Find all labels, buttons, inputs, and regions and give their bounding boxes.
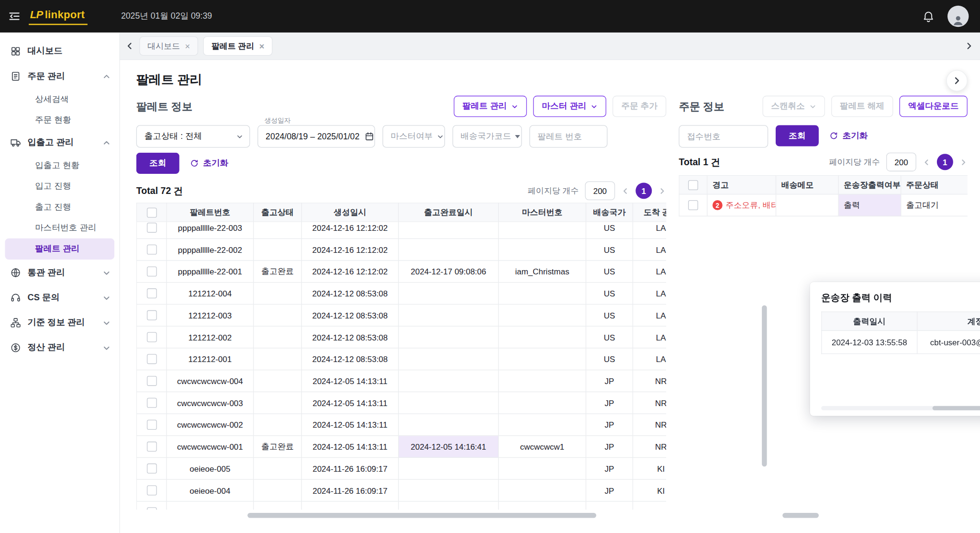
row-checkbox[interactable] [146,398,156,408]
cell-pallet-no: cwcwcwcwcw-002 [167,414,254,436]
topbar-datetime: 2025년 01월 02일 09:39 [121,11,212,22]
sidebar-subitem-inbound-progress[interactable]: 입고 진행 [0,176,119,196]
cell-ship-status [254,479,302,501]
receipt-no-input[interactable] [679,125,768,147]
tab-strip: 대시보드 × 팔레트 관리 × [120,33,980,60]
cell-created-at: 2024-12-12 08:53:08 [301,348,398,370]
notifications-button[interactable] [922,10,935,23]
row-checkbox[interactable] [146,223,156,233]
sidebar-item-customs-mgmt[interactable]: 통관 관리 [0,260,119,285]
row-checkbox[interactable] [146,376,156,386]
sidebar-item-inout-mgmt[interactable]: 입출고 관리 [0,130,119,155]
row-checkbox[interactable] [146,464,156,474]
cell-master-no [499,283,586,305]
select-all-checkbox[interactable] [688,180,698,190]
right-panel-horizontal-scrollbar[interactable] [782,513,819,518]
tab-dashboard[interactable]: 대시보드 × [139,36,198,56]
country-code-select[interactable]: 배송국가코드 [453,125,522,147]
row-checkbox[interactable] [146,288,156,298]
row-checkbox[interactable] [146,310,156,320]
dollar-circle-icon [10,342,22,353]
master-mgmt-menu-button[interactable]: 마스터 관리 [533,96,606,117]
row-checkbox[interactable] [146,486,156,496]
date-range-value: 2024/08/19 – 2025/01/02 [266,132,359,141]
cell-shipped-at [399,348,499,370]
cell-master-no [499,457,586,479]
row-checkbox[interactable] [146,245,156,255]
sidebar-item-base-info-mgmt[interactable]: 기준 정보 관리 [0,310,119,335]
calendar-icon[interactable] [365,131,375,141]
per-page-input[interactable] [585,181,615,200]
master-flag-select[interactable]: 마스터여부 [382,125,445,147]
row-checkbox[interactable] [146,354,156,364]
sidebar-item-cs-inquiry[interactable]: CS 문의 [0,285,119,310]
created-date-range-field[interactable]: 생성일자 2024/08/19 – 2025/01/02 [257,125,375,147]
sidebar-subitem-inout-status[interactable]: 입출고 현황 [0,155,119,176]
cell-ship-status [254,392,302,414]
row-checkbox[interactable] [146,267,156,277]
table-row [136,501,666,510]
cell-ship-status [254,283,302,305]
chevron-down-icon [591,103,598,110]
col-warning: 경고 [707,175,776,194]
sidebar-item-settlement-mgmt[interactable]: 정산 관리 [0,335,119,360]
sidebar-subitem-master-no-mgmt[interactable]: 마스터번호 관리 [0,217,119,238]
cell-shipped-at [399,283,499,305]
tab-close-icon[interactable]: × [259,42,265,50]
cell-pallet-no: cwcwcwcwcw-001 [167,436,254,458]
cell-waybill-printed[interactable]: 출력 [838,194,901,216]
left-panel-horizontal-scrollbar[interactable] [247,513,596,518]
row-checkbox[interactable] [146,442,156,452]
ship-status-select[interactable]: 출고상태 : 전체 [136,125,250,147]
linkport-logo[interactable]: LP linkport [29,8,87,25]
select-all-checkbox[interactable] [146,207,156,217]
page-prev-button[interactable] [621,187,629,195]
sidebar-item-dashboard[interactable]: 대시보드 [0,39,119,64]
row-checkbox[interactable] [146,332,156,342]
page-next-button[interactable] [658,187,666,195]
table-header-row: 출력일시 계정 담당자 [822,312,980,330]
row-checkbox[interactable] [146,508,156,510]
pallet-no-input[interactable] [529,125,607,147]
sidebar-subitem-detail-search[interactable]: 상세검색 [0,89,119,109]
table-header-row: 팔레트번호 출고상태 생성일시 출고완료일시 마스터번호 배송국가 도착 공항 [136,203,666,222]
cell-airport: LA [633,222,666,239]
page-number[interactable]: 1 [937,154,953,170]
user-avatar[interactable] [947,6,969,27]
cell-select [136,457,167,479]
table-row: 121212-0042024-12-12 08:53:08USLA [136,283,666,305]
cell-master-no [499,392,586,414]
tab-back-button[interactable] [125,41,134,51]
page-next-button[interactable] [946,70,967,91]
sidebar-subitem-outbound-progress[interactable]: 출고 진행 [0,196,119,217]
cell-shipped-at-highlighted: 2024-12-05 14:16:41 [399,436,499,458]
sidebar-subitem-pallet-mgmt[interactable]: 팔레트 관리 [5,238,114,260]
excel-download-button[interactable]: 엑셀다운로드 [900,96,968,117]
cell-ship-status [254,501,302,510]
per-page-input[interactable] [886,153,916,171]
sidebar-label: 입출고 관리 [27,137,74,148]
table-row: ppppallllle-22-0032024-12-16 12:12:02USL… [136,222,666,239]
sidebar-subitem-order-status[interactable]: 주문 현황 [0,110,119,130]
tab-forward-button[interactable] [964,41,974,51]
cell-country: JP [586,392,633,414]
reset-button[interactable]: 초기화 [187,153,232,174]
tab-close-icon[interactable]: × [185,42,190,50]
button-label: 마스터 관리 [542,101,586,112]
cell-account: cbt-user-003@linkport.im [917,330,980,353]
reset-button[interactable]: 초기화 [826,125,871,146]
pallet-mgmt-menu-button[interactable]: 팔레트 관리 [454,96,527,117]
page-number[interactable]: 1 [635,182,652,199]
row-checkbox[interactable] [146,420,156,430]
page-next-button[interactable] [959,158,968,166]
tab-pallet-mgmt[interactable]: 팔레트 관리 × [203,36,273,56]
page-prev-button[interactable] [923,158,931,166]
popup-horizontal-scrollbar[interactable] [933,406,980,410]
search-button[interactable]: 조회 [776,125,819,146]
sidebar-item-order-mgmt[interactable]: 주문 관리 [0,64,119,89]
row-checkbox[interactable] [688,200,698,210]
sidebar-sublabel: 주문 현황 [35,114,71,125]
search-button[interactable]: 조회 [136,153,179,174]
collapse-sidebar-button[interactable] [8,10,22,23]
left-table-vertical-scrollbar[interactable] [762,305,767,466]
